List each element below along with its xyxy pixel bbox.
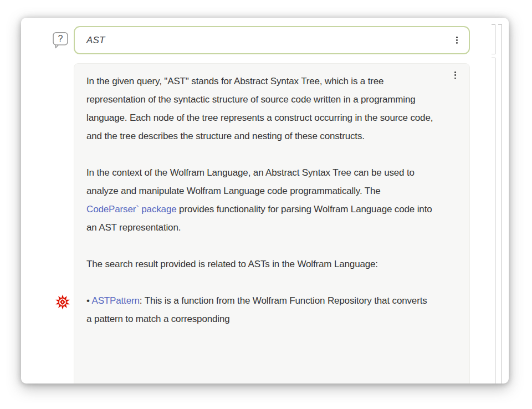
response-paragraph: In the context of the Wolfram Language, … [86, 163, 434, 237]
response-paragraph: The search result provided is related to… [86, 255, 434, 273]
chat-notebook-window: ? AST In the given query, "AST" stands f… [21, 18, 509, 384]
response-paragraph: In the given query, "AST" stands for Abs… [86, 72, 434, 145]
inline-link[interactable]: CodeParser` package [86, 204, 177, 214]
inline-link[interactable]: ASTPattern [91, 295, 139, 306]
text-segment: In the given query, "AST" stands for Abs… [86, 76, 433, 141]
cell-bracket-group[interactable] [498, 24, 502, 384]
cell-bracket-response[interactable] [492, 58, 495, 384]
response-cell-options-menu-icon[interactable] [454, 71, 456, 79]
query-cell-options-menu-icon[interactable] [456, 37, 458, 44]
wolfram-spikey-icon [55, 294, 70, 310]
chat-query-input[interactable]: AST [74, 26, 470, 54]
text-segment: The search result provided is related to… [86, 259, 378, 269]
text-segment: In the context of the Wolfram Language, … [86, 167, 415, 196]
chat-query-text[interactable]: AST [86, 35, 105, 46]
cell-bracket-query[interactable] [492, 24, 495, 54]
chat-response-cell: In the given query, "AST" stands for Abs… [74, 63, 470, 384]
question-speech-bubble-icon: ? [52, 32, 69, 49]
response-paragraphs: In the given query, "AST" stands for Abs… [86, 72, 469, 328]
question-glyph: ? [58, 34, 63, 43]
response-paragraph: • ASTPattern: This is a function from th… [86, 292, 434, 328]
